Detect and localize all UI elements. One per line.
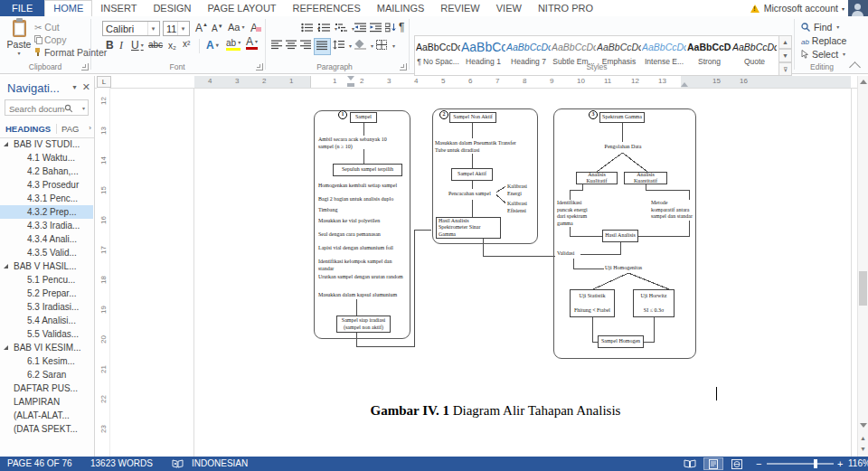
collapse-triangle-icon[interactable] <box>4 264 8 268</box>
borders-button[interactable] <box>376 40 395 52</box>
nav-heading-item[interactable]: (ALAT-ALAT... <box>0 409 93 422</box>
clear-formatting-button[interactable]: A <box>250 22 261 34</box>
nav-heading-item[interactable]: 5.4 Analisi... <box>0 314 93 327</box>
tab-mailings[interactable]: MAILINGS <box>369 0 433 16</box>
vertical-scrollbar[interactable]: ▲ ▼ <box>857 76 868 457</box>
style-chip[interactable]: AaBbCcDc Quote <box>732 37 777 74</box>
style-chip[interactable]: AaBbCcDc ¶ No Spac... <box>416 37 460 74</box>
grow-font-button[interactable]: A▲ <box>195 22 208 34</box>
previous-page-button[interactable]: ▲ <box>859 434 867 442</box>
line-spacing-button[interactable] <box>333 40 352 52</box>
microsoft-account-menu[interactable]: Microsoft account ▾ <box>750 0 844 16</box>
nav-heading-item[interactable]: 4.3.3 Iradia... <box>0 219 93 232</box>
font-color-button[interactable]: A <box>246 37 258 50</box>
change-case-button[interactable]: Aa <box>228 22 244 33</box>
scroll-down-arrow[interactable] <box>860 423 867 428</box>
nav-heading-item[interactable]: 4.3.5 Valid... <box>0 246 93 259</box>
shrink-font-button[interactable]: A▼ <box>212 24 223 33</box>
paste-button[interactable]: Paste ▾ <box>5 20 33 56</box>
search-box[interactable]: ▾ <box>5 99 89 116</box>
bold-button[interactable]: B <box>106 39 114 52</box>
chevron-right-icon[interactable]: › <box>89 124 91 132</box>
sort-button[interactable] <box>385 23 397 34</box>
increase-indent-button[interactable] <box>370 23 382 34</box>
align-left-button[interactable] <box>271 40 283 52</box>
zoom-out-button[interactable]: − <box>756 457 761 471</box>
nav-heading-item[interactable]: 4.1 Waktu... <box>0 151 93 165</box>
nav-heading-item[interactable]: 5.2 Prepar... <box>0 287 93 300</box>
search-input[interactable] <box>7 101 67 116</box>
find-button[interactable]: Find <box>801 22 839 33</box>
decrease-indent-button[interactable] <box>354 23 366 34</box>
subscript-button[interactable]: x₂ <box>168 41 176 51</box>
nav-heading-item[interactable]: 4.3.2 Prep... <box>0 205 93 219</box>
align-right-button[interactable] <box>300 40 312 52</box>
shading-button[interactable] <box>354 40 373 52</box>
nav-heading-item[interactable]: 4.3.4 Anali... <box>0 232 93 246</box>
copy-button[interactable]: Copy <box>34 34 66 45</box>
zoom-percentage[interactable]: 116% <box>848 457 868 471</box>
chevron-down-icon[interactable]: ▼ <box>71 84 78 90</box>
right-indent-marker[interactable] <box>681 82 688 87</box>
style-chip[interactable]: AaBbCcDc Heading 7 <box>506 37 551 74</box>
nav-heading-item[interactable]: 5.5 Validas... <box>0 327 93 341</box>
tab-view[interactable]: VIEW <box>488 0 530 16</box>
page-indicator[interactable]: PAGE 46 OF 76 <box>7 457 72 471</box>
replace-button[interactable]: ab Replace <box>801 35 846 46</box>
format-painter-button[interactable]: Format Painter <box>34 47 107 58</box>
highlight-color-button[interactable]: ab <box>226 38 241 51</box>
font-dialog-launcher[interactable] <box>256 63 263 71</box>
tab-insert[interactable]: INSERT <box>92 0 145 16</box>
numbering-button[interactable] <box>318 23 337 34</box>
left-indent-marker[interactable] <box>347 83 354 87</box>
italic-button[interactable]: I <box>119 39 123 52</box>
tab-review[interactable]: REVIEW <box>432 0 487 16</box>
nav-heading-item[interactable]: 4.3 Prosedur <box>0 178 93 192</box>
tab-file[interactable]: FILE <box>0 0 44 16</box>
first-line-indent-marker[interactable] <box>347 76 354 80</box>
multilevel-list-button[interactable] <box>335 23 354 34</box>
style-chip[interactable]: AaBbCc Heading 1 <box>461 37 505 74</box>
styles-scroll-up-button[interactable]: ▲ <box>778 35 792 49</box>
style-chip[interactable]: AaBbCcDc Strong <box>687 37 731 74</box>
proofing-errors-icon[interactable] <box>172 459 184 468</box>
tab-stop-selector[interactable]: L <box>97 76 111 88</box>
scrollbar-thumb[interactable] <box>859 271 867 306</box>
underline-button[interactable]: U <box>131 39 144 52</box>
tab-nitro-pro[interactable]: NITRO PRO <box>530 0 601 16</box>
nav-heading-item[interactable]: BAB VI KESIM... <box>0 341 93 354</box>
show-hide-pilcrow-button[interactable]: ¶ <box>399 21 404 33</box>
language-indicator[interactable]: INDONESIAN <box>192 457 248 471</box>
web-layout-button[interactable] <box>727 457 747 470</box>
styles-scroll-down-button[interactable]: ▼ <box>778 49 792 62</box>
nav-heading-item[interactable]: 6.2 Saran <box>0 368 93 382</box>
strikethrough-button[interactable]: abc <box>148 40 163 50</box>
tab-headings[interactable]: HEADINGS <box>5 124 51 134</box>
nav-heading-item[interactable]: BAB IV STUDI... <box>0 137 93 151</box>
word-count[interactable]: 13623 WORDS <box>90 457 153 471</box>
zoom-slider-thumb[interactable] <box>814 459 817 468</box>
close-icon[interactable]: ✕ <box>82 81 90 93</box>
print-layout-button[interactable] <box>703 457 723 470</box>
font-family-select[interactable]: Calibri ▾ <box>102 21 160 36</box>
nav-heading-item[interactable]: DAFTAR PUS... <box>0 382 93 395</box>
tab-page-layout[interactable]: PAGE LAYOUT <box>200 0 285 16</box>
zoom-in-button[interactable]: + <box>837 457 843 471</box>
superscript-button[interactable]: x² <box>183 39 190 49</box>
tab-design[interactable]: DESIGN <box>145 0 199 16</box>
tab-references[interactable]: REFERENCES <box>285 0 369 16</box>
tab-home[interactable]: HOME <box>44 0 92 16</box>
nav-heading-item[interactable]: 5.1 Pencu... <box>0 273 93 287</box>
collapse-triangle-icon[interactable] <box>4 345 8 350</box>
read-mode-button[interactable] <box>680 457 700 470</box>
zoom-slider-track[interactable] <box>767 463 834 465</box>
collapse-ribbon-chevron[interactable] <box>849 61 861 73</box>
style-chip[interactable]: AaBbCcDc Intense E... <box>642 37 686 74</box>
chevron-down-icon[interactable]: ▾ <box>82 105 85 111</box>
nav-heading-item[interactable]: 4.3.1 Penc... <box>0 192 93 205</box>
bullets-button[interactable] <box>301 23 320 34</box>
nav-heading-item[interactable]: (DATA SPEKT... <box>0 422 93 436</box>
align-center-button[interactable] <box>286 40 297 52</box>
scroll-up-arrow[interactable] <box>860 80 867 84</box>
nav-heading-item[interactable]: BAB V HASIL... <box>0 259 93 273</box>
